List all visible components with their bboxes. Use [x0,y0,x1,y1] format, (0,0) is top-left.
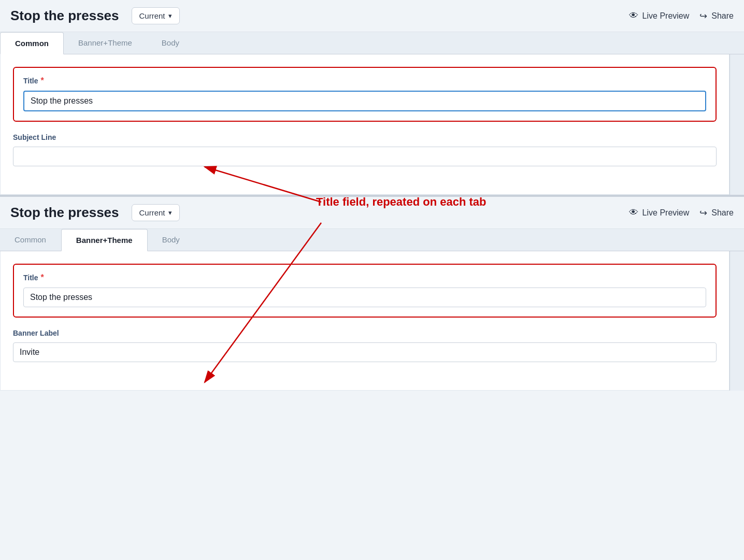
dropdown-chevron-upper: ▾ [168,12,172,20]
required-star-upper: * [41,76,44,85]
title-input-upper[interactable] [23,91,706,111]
eye-icon-lower: 👁 [629,207,638,218]
banner-label-input-lower[interactable] [13,342,717,362]
tabs-bar-lower: Common Banner+Theme Body [0,229,744,251]
lower-panel: Stop the presses Current ▾ 👁 Live Previe… [0,197,744,391]
header-actions-upper: 👁 Live Preview ↪ Share [629,10,734,22]
live-preview-label-upper: Live Preview [642,11,690,21]
tab-common-lower[interactable]: Common [0,229,61,251]
lower-header: Stop the presses Current ▾ 👁 Live Previe… [0,197,744,229]
header-actions-lower: 👁 Live Preview ↪ Share [629,207,734,219]
subject-line-label-upper: Subject Line [13,133,717,141]
eye-icon-upper: 👁 [629,10,638,21]
title-field-group-upper: Title * [13,67,717,122]
live-preview-button-upper[interactable]: 👁 Live Preview [629,10,690,21]
share-icon-upper: ↪ [699,10,707,22]
current-dropdown-upper[interactable]: Current ▾ [132,7,180,24]
subject-line-input-upper[interactable] [13,147,717,166]
lower-content-area: Title * Banner Label [0,251,744,391]
upper-panel: Stop the presses Current ▾ 👁 Live Previe… [0,0,744,197]
share-label-lower: Share [711,208,734,218]
upper-main-content: Title * Subject Line [0,54,729,195]
dropdown-label-upper: Current [139,11,165,20]
banner-label-field-group-lower: Banner Label [13,329,717,362]
tab-banner-theme-lower[interactable]: Banner+Theme [61,229,148,251]
side-strip-lower [729,251,744,391]
required-star-lower: * [41,273,44,282]
share-button-lower[interactable]: ↪ Share [699,207,734,219]
page-title-lower: Stop the presses [10,205,119,221]
upper-content-area: Title * Subject Line [0,54,744,195]
subject-line-field-group-upper: Subject Line [13,133,717,166]
tabs-bar-upper: Common Banner+Theme Body [0,32,744,54]
dropdown-label-lower: Current [139,208,165,217]
upper-header: Stop the presses Current ▾ 👁 Live Previe… [0,0,744,32]
title-field-group-lower: Title * [13,264,717,318]
share-icon-lower: ↪ [699,207,707,219]
live-preview-button-lower[interactable]: 👁 Live Preview [629,207,690,218]
tab-common-upper[interactable]: Common [0,32,64,54]
lower-main-content: Title * Banner Label [0,251,729,391]
side-strip-upper [729,54,744,195]
tab-banner-theme-upper[interactable]: Banner+Theme [64,32,147,54]
title-input-lower[interactable] [23,288,706,307]
banner-label-label-lower: Banner Label [13,329,717,337]
title-label-lower: Title * [23,273,706,282]
tab-body-upper[interactable]: Body [147,32,194,54]
tab-body-lower[interactable]: Body [148,229,195,251]
page-title-upper: Stop the presses [10,8,119,24]
dropdown-chevron-lower: ▾ [168,209,172,217]
share-label-upper: Share [711,11,734,21]
title-label-upper: Title * [23,76,706,85]
live-preview-label-lower: Live Preview [642,208,690,218]
share-button-upper[interactable]: ↪ Share [699,10,734,22]
current-dropdown-lower[interactable]: Current ▾ [132,204,180,221]
